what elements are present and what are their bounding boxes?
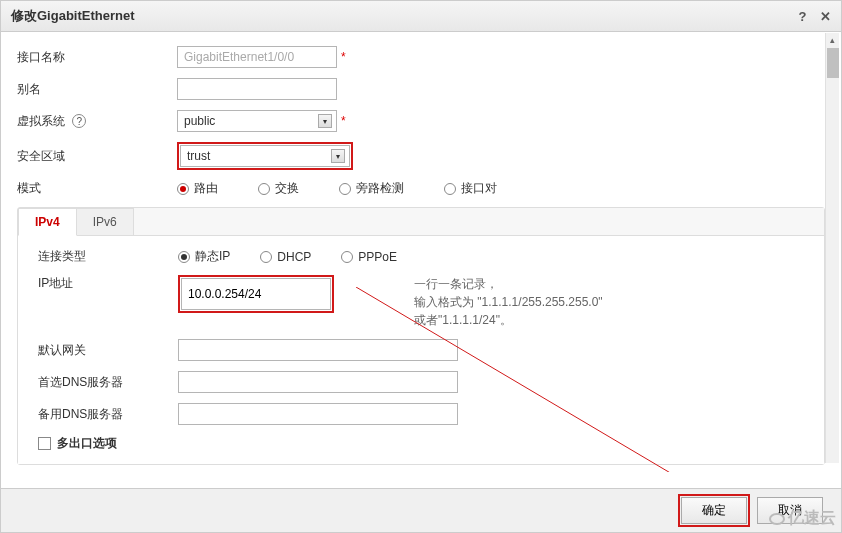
tab-bar: IPv4 IPv6 [18, 208, 824, 236]
label-alias: 别名 [17, 81, 177, 98]
titlebar: 修改GigabitEthernet ? ✕ [1, 1, 841, 32]
input-dns2[interactable] [178, 403, 458, 425]
label-ifname: 接口名称 [17, 49, 177, 66]
close-icon[interactable]: ✕ [820, 9, 831, 24]
label-dns2: 备用DNS服务器 [38, 406, 178, 423]
radio-dhcp[interactable]: DHCP [260, 250, 311, 264]
dialog-content: 接口名称 * 别名 虚拟系统 ? public ▾ * [1, 32, 841, 472]
label-ipaddr: IP地址 [38, 275, 178, 292]
label-mode: 模式 [17, 180, 177, 197]
tab-ipv4[interactable]: IPv4 [18, 208, 77, 236]
radio-mode-bypass[interactable]: 旁路检测 [339, 180, 404, 197]
select-vsys[interactable]: public ▾ [177, 110, 337, 132]
radio-icon [444, 183, 456, 195]
dialog-footer: 确定 取消 [1, 488, 841, 532]
radio-icon [258, 183, 270, 195]
input-gateway[interactable] [178, 339, 458, 361]
help-icon-vsys[interactable]: ? [72, 114, 86, 128]
radio-static[interactable]: 静态IP [178, 248, 230, 265]
radio-mode-switch[interactable]: 交换 [258, 180, 299, 197]
watermark: 亿速云 [769, 508, 836, 529]
input-alias[interactable] [177, 78, 337, 100]
select-zone-value: trust [187, 149, 210, 163]
input-dns1[interactable] [178, 371, 458, 393]
chevron-down-icon: ▾ [318, 114, 332, 128]
select-zone[interactable]: trust ▾ [180, 145, 350, 167]
label-multi-exit: 多出口选项 [57, 435, 117, 452]
radio-mode-pair[interactable]: 接口对 [444, 180, 497, 197]
checkbox-icon [38, 437, 51, 450]
dialog-modify-interface: 修改GigabitEthernet ? ✕ 接口名称 * 别名 虚拟系统 ? [0, 0, 842, 533]
help-icon[interactable]: ? [798, 9, 806, 24]
scroll-up-icon[interactable]: ▴ [826, 33, 839, 47]
input-ifname [177, 46, 337, 68]
radio-icon [339, 183, 351, 195]
ip-panel: IPv4 IPv6 连接类型 静态IP DHCP [17, 207, 825, 465]
vertical-scrollbar[interactable]: ▴ [825, 33, 839, 463]
radio-pppoe[interactable]: PPPoE [341, 250, 397, 264]
required-mark: * [341, 114, 346, 128]
radio-icon [341, 251, 353, 263]
input-ipaddr[interactable] [181, 278, 331, 310]
checkbox-multi-exit-row[interactable]: 多出口选项 [38, 435, 804, 452]
highlight-ipaddr [178, 275, 334, 313]
label-conn-type: 连接类型 [38, 248, 178, 265]
chevron-down-icon: ▾ [331, 149, 345, 163]
select-vsys-value: public [184, 114, 215, 128]
tab-ipv6[interactable]: IPv6 [76, 208, 134, 235]
dialog-title: 修改GigabitEthernet [11, 7, 135, 25]
scroll-thumb[interactable] [827, 48, 839, 78]
radio-icon [260, 251, 272, 263]
ok-button[interactable]: 确定 [681, 497, 747, 524]
label-vsys: 虚拟系统 ? [17, 113, 177, 130]
ip-hint: 一行一条记录， 输入格式为 "1.1.1.1/255.255.255.0" 或者… [414, 275, 603, 329]
radio-icon [177, 183, 189, 195]
required-mark: * [341, 50, 346, 64]
radio-icon [178, 251, 190, 263]
highlight-zone: trust ▾ [177, 142, 353, 170]
cloud-icon [769, 513, 785, 525]
label-zone: 安全区域 [17, 148, 177, 165]
label-gateway: 默认网关 [38, 342, 178, 359]
radio-mode-route[interactable]: 路由 [177, 180, 218, 197]
label-dns1: 首选DNS服务器 [38, 374, 178, 391]
